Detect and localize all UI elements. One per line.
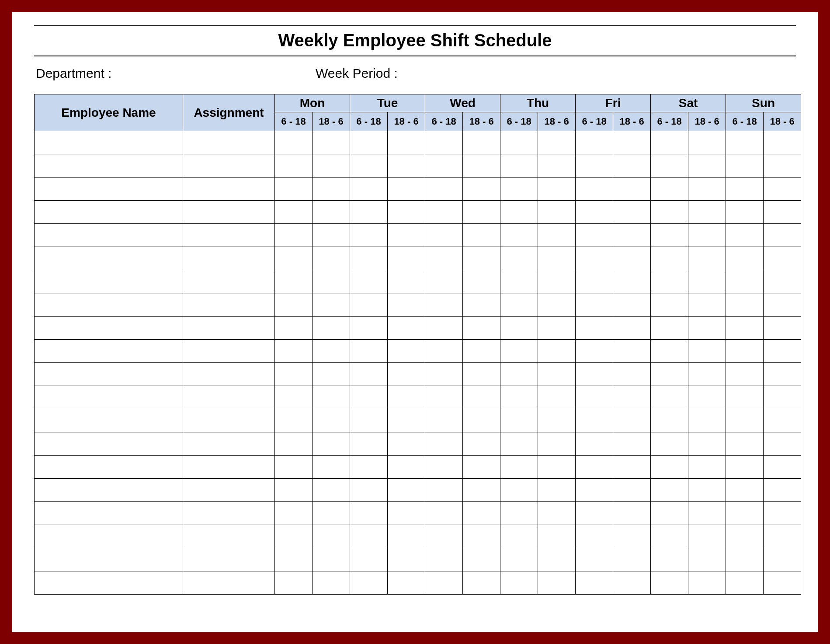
table-cell[interactable] xyxy=(275,340,313,363)
table-cell[interactable] xyxy=(538,548,576,571)
table-cell[interactable] xyxy=(726,571,764,595)
table-cell[interactable] xyxy=(726,131,764,154)
table-cell[interactable] xyxy=(350,502,388,525)
table-cell[interactable] xyxy=(500,548,538,571)
table-cell[interactable] xyxy=(651,293,688,317)
table-cell[interactable] xyxy=(463,363,500,386)
table-cell[interactable] xyxy=(651,525,688,548)
table-cell[interactable] xyxy=(726,432,764,456)
table-cell[interactable] xyxy=(688,525,726,548)
table-cell[interactable] xyxy=(388,178,425,201)
table-cell[interactable] xyxy=(538,363,576,386)
table-cell[interactable] xyxy=(651,432,688,456)
table-cell[interactable] xyxy=(183,201,275,224)
table-cell[interactable] xyxy=(538,317,576,340)
table-cell[interactable] xyxy=(350,317,388,340)
table-cell[interactable] xyxy=(388,571,425,595)
table-cell[interactable] xyxy=(500,317,538,340)
table-cell[interactable] xyxy=(688,317,726,340)
table-cell[interactable] xyxy=(726,201,764,224)
table-cell[interactable] xyxy=(183,502,275,525)
table-cell[interactable] xyxy=(463,340,500,363)
table-cell[interactable] xyxy=(350,201,388,224)
table-cell[interactable] xyxy=(500,154,538,178)
table-cell[interactable] xyxy=(35,270,183,293)
table-cell[interactable] xyxy=(275,432,313,456)
table-cell[interactable] xyxy=(463,270,500,293)
table-cell[interactable] xyxy=(500,131,538,154)
table-cell[interactable] xyxy=(350,409,388,432)
table-cell[interactable] xyxy=(350,293,388,317)
table-cell[interactable] xyxy=(726,270,764,293)
table-cell[interactable] xyxy=(183,456,275,479)
table-cell[interactable] xyxy=(388,479,425,502)
table-cell[interactable] xyxy=(350,479,388,502)
table-cell[interactable] xyxy=(613,340,651,363)
table-cell[interactable] xyxy=(613,293,651,317)
table-cell[interactable] xyxy=(500,525,538,548)
table-cell[interactable] xyxy=(388,293,425,317)
table-cell[interactable] xyxy=(350,548,388,571)
table-cell[interactable] xyxy=(688,247,726,270)
table-cell[interactable] xyxy=(463,154,500,178)
table-cell[interactable] xyxy=(726,340,764,363)
table-cell[interactable] xyxy=(726,247,764,270)
table-cell[interactable] xyxy=(425,224,463,247)
table-cell[interactable] xyxy=(35,317,183,340)
table-cell[interactable] xyxy=(538,525,576,548)
table-cell[interactable] xyxy=(576,224,613,247)
table-cell[interactable] xyxy=(576,154,613,178)
table-cell[interactable] xyxy=(463,224,500,247)
table-cell[interactable] xyxy=(313,131,350,154)
table-cell[interactable] xyxy=(350,247,388,270)
table-cell[interactable] xyxy=(613,386,651,409)
table-cell[interactable] xyxy=(764,178,801,201)
table-cell[interactable] xyxy=(463,502,500,525)
table-cell[interactable] xyxy=(313,154,350,178)
table-cell[interactable] xyxy=(726,525,764,548)
table-cell[interactable] xyxy=(275,131,313,154)
table-cell[interactable] xyxy=(183,270,275,293)
table-cell[interactable] xyxy=(275,479,313,502)
table-cell[interactable] xyxy=(651,386,688,409)
table-cell[interactable] xyxy=(183,432,275,456)
table-cell[interactable] xyxy=(613,432,651,456)
table-cell[interactable] xyxy=(500,479,538,502)
table-cell[interactable] xyxy=(425,201,463,224)
table-cell[interactable] xyxy=(183,178,275,201)
table-cell[interactable] xyxy=(538,571,576,595)
table-cell[interactable] xyxy=(500,363,538,386)
table-cell[interactable] xyxy=(688,293,726,317)
table-cell[interactable] xyxy=(425,548,463,571)
table-cell[interactable] xyxy=(538,340,576,363)
table-cell[interactable] xyxy=(388,340,425,363)
table-cell[interactable] xyxy=(35,571,183,595)
table-cell[interactable] xyxy=(350,386,388,409)
table-cell[interactable] xyxy=(500,247,538,270)
table-cell[interactable] xyxy=(726,548,764,571)
table-cell[interactable] xyxy=(35,201,183,224)
table-cell[interactable] xyxy=(726,456,764,479)
table-cell[interactable] xyxy=(500,178,538,201)
table-cell[interactable] xyxy=(500,201,538,224)
table-cell[interactable] xyxy=(576,363,613,386)
table-cell[interactable] xyxy=(726,479,764,502)
table-cell[interactable] xyxy=(275,293,313,317)
table-cell[interactable] xyxy=(388,386,425,409)
table-cell[interactable] xyxy=(275,178,313,201)
table-cell[interactable] xyxy=(538,178,576,201)
table-cell[interactable] xyxy=(576,247,613,270)
table-cell[interactable] xyxy=(613,270,651,293)
table-cell[interactable] xyxy=(463,386,500,409)
table-cell[interactable] xyxy=(764,154,801,178)
table-cell[interactable] xyxy=(425,247,463,270)
table-cell[interactable] xyxy=(764,363,801,386)
table-cell[interactable] xyxy=(425,131,463,154)
table-cell[interactable] xyxy=(726,363,764,386)
table-cell[interactable] xyxy=(613,571,651,595)
table-cell[interactable] xyxy=(275,502,313,525)
table-cell[interactable] xyxy=(350,178,388,201)
table-cell[interactable] xyxy=(538,154,576,178)
table-cell[interactable] xyxy=(651,270,688,293)
table-cell[interactable] xyxy=(500,340,538,363)
